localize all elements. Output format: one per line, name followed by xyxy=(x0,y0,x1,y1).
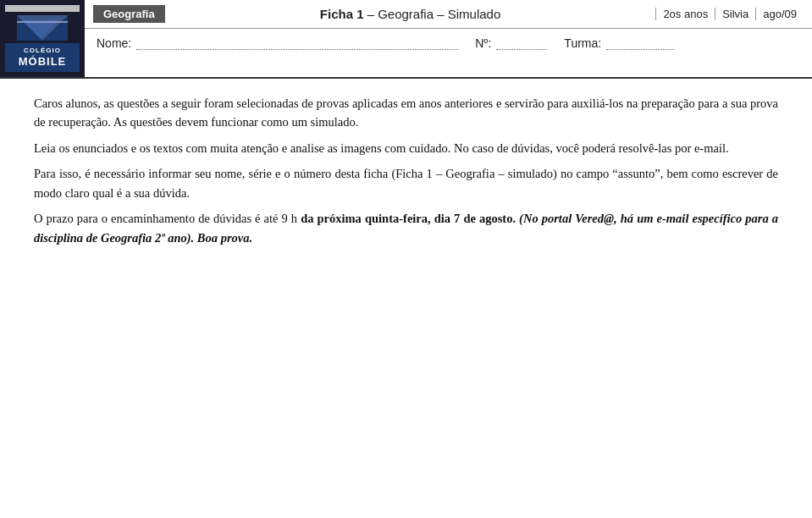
logo-text-area: COLÉGIO MÓBILE xyxy=(5,43,80,72)
body-text: Caros alunos, as questões a seguir foram… xyxy=(34,94,778,247)
num-label: Nº: xyxy=(475,36,491,50)
paragraph-3: Para isso, é necessário informar seu nom… xyxy=(34,164,778,202)
logo-icon xyxy=(17,15,68,41)
num-field-group: Nº: xyxy=(475,36,547,50)
para4-start: O prazo para o encaminhamento de dúvidas… xyxy=(34,212,301,225)
para2-text: Leia os enunciados e os textos com muita… xyxy=(34,141,729,155)
nome-label: Nome: xyxy=(97,36,131,50)
ficha-label: Ficha 1 xyxy=(320,7,364,21)
para3-start: Para isso, é necessário informar seu nom… xyxy=(34,167,778,199)
num-input[interactable] xyxy=(496,36,547,50)
logo-area: COLÉGIO MÓBILE xyxy=(0,0,85,77)
anos-meta: 2os anos xyxy=(655,8,715,20)
content-area: Caros alunos, as questões a seguir foram… xyxy=(0,79,812,518)
turma-label: Turma: xyxy=(564,36,601,50)
logo-colegio-text: COLÉGIO xyxy=(8,47,76,55)
para4-bold: da próxima quinta-feira, dia 7 de agosto… xyxy=(301,212,516,225)
paragraph-1: Caros alunos, as questões a seguir foram… xyxy=(34,94,778,132)
header-top-row: Geografia Ficha 1 – Geografia – Simulado… xyxy=(85,0,812,29)
turma-field-group: Turma: xyxy=(564,36,674,50)
header: COLÉGIO MÓBILE Geografia Ficha 1 – Geogr… xyxy=(0,0,812,79)
paragraph-4: O prazo para o encaminhamento de dúvidas… xyxy=(34,209,778,247)
separator1: – xyxy=(367,7,378,21)
header-title: Ficha 1 – Geografia – Simulado xyxy=(174,7,648,21)
ago-meta: ago/09 xyxy=(755,8,804,20)
paragraph-2: Leia os enunciados e os textos com muita… xyxy=(34,139,778,157)
header-bottom-row: Nome: Nº: Turma: xyxy=(85,29,812,57)
nome-input[interactable] xyxy=(136,36,458,50)
page: COLÉGIO MÓBILE Geografia Ficha 1 – Geogr… xyxy=(0,0,812,518)
silvia-meta: Silvia xyxy=(715,8,755,20)
logo-mobile-text: MÓBILE xyxy=(8,55,76,69)
separator2: – xyxy=(437,7,448,21)
header-right: Geografia Ficha 1 – Geografia – Simulado… xyxy=(85,0,812,77)
simulado-label: Simulado xyxy=(448,7,501,21)
geo-label: Geografia xyxy=(378,7,434,21)
header-meta: 2os anos Silvia ago/09 xyxy=(655,8,804,20)
turma-input[interactable] xyxy=(606,36,674,50)
logo-top-bar xyxy=(5,5,80,12)
para1-text: Caros alunos, as questões a seguir foram… xyxy=(34,96,778,129)
geo-badge: Geografia xyxy=(93,5,165,23)
nome-field-group: Nome: xyxy=(97,36,458,50)
